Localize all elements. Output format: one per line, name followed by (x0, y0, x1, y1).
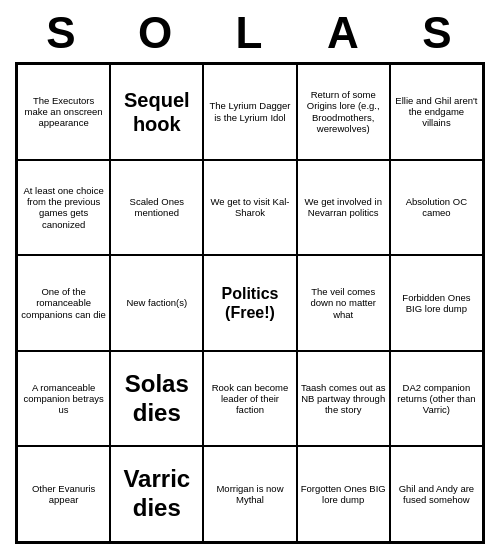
bingo-cell-17[interactable]: Rook can become leader of their faction (203, 351, 296, 447)
bingo-cell-19[interactable]: DA2 companion returns (other than Varric… (390, 351, 483, 447)
title-letter-a: A (301, 8, 387, 58)
bingo-cell-14[interactable]: Forbidden Ones BIG lore dump (390, 255, 483, 351)
bingo-cell-4[interactable]: Ellie and Ghil aren't the endgame villai… (390, 64, 483, 160)
bingo-cell-11[interactable]: New faction(s) (110, 255, 203, 351)
bingo-cell-10[interactable]: One of the romanceable companions can di… (17, 255, 110, 351)
bingo-cell-22[interactable]: Morrigan is now Mythal (203, 446, 296, 542)
bingo-cell-6[interactable]: Scaled Ones mentioned (110, 160, 203, 256)
bingo-cell-13[interactable]: The veil comes down no matter what (297, 255, 390, 351)
bingo-grid: The Executors make an onscreen appearanc… (15, 62, 485, 544)
bingo-cell-3[interactable]: Return of some Origins lore (e.g., Brood… (297, 64, 390, 160)
bingo-title-row: S O L A S (15, 0, 485, 62)
bingo-cell-20[interactable]: Other Evanuris appear (17, 446, 110, 542)
bingo-cell-1[interactable]: Sequel hook (110, 64, 203, 160)
bingo-cell-7[interactable]: We get to visit Kal-Sharok (203, 160, 296, 256)
bingo-cell-8[interactable]: We get involved in Nevarran politics (297, 160, 390, 256)
bingo-cell-16[interactable]: Solas dies (110, 351, 203, 447)
bingo-cell-9[interactable]: Absolution OC cameo (390, 160, 483, 256)
bingo-cell-5[interactable]: At least one choice from the previous ga… (17, 160, 110, 256)
bingo-cell-15[interactable]: A romanceable companion betrays us (17, 351, 110, 447)
title-letter-s2: S (395, 8, 481, 58)
bingo-cell-18[interactable]: Taash comes out as NB partway through th… (297, 351, 390, 447)
bingo-cell-12[interactable]: Politics (Free!) (203, 255, 296, 351)
bingo-cell-2[interactable]: The Lyrium Dagger is the Lyrium Idol (203, 64, 296, 160)
bingo-cell-24[interactable]: Ghil and Andy are fused somehow (390, 446, 483, 542)
title-letter-o: O (113, 8, 199, 58)
bingo-cell-23[interactable]: Forgotten Ones BIG lore dump (297, 446, 390, 542)
bingo-cell-0[interactable]: The Executors make an onscreen appearanc… (17, 64, 110, 160)
bingo-cell-21[interactable]: Varric dies (110, 446, 203, 542)
title-letter-l: L (207, 8, 293, 58)
title-letter-s1: S (19, 8, 105, 58)
